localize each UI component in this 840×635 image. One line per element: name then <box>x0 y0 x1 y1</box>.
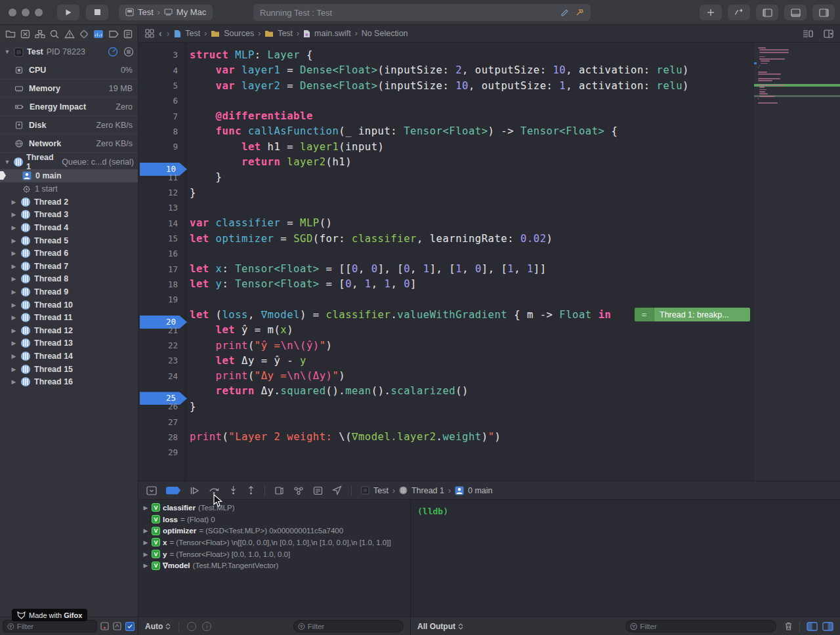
code-line[interactable]: 14var classifier = MLP() <box>138 216 753 231</box>
line-number-gutter[interactable]: 14 <box>138 218 187 228</box>
info-button[interactable]: i <box>202 622 211 631</box>
code-line[interactable]: 23 let Δy = ŷ - y <box>138 353 753 368</box>
debug-crumb[interactable]: Test <box>373 486 388 495</box>
line-number-gutter[interactable]: 16 <box>138 249 187 258</box>
navigator-filter-field[interactable] <box>3 620 97 632</box>
console-view[interactable]: (lldb) <box>410 500 840 617</box>
code-line[interactable]: 27 <box>138 414 753 429</box>
disclosure-triangle-icon[interactable]: ▶ <box>10 327 17 334</box>
thread-row[interactable]: ▶Thread 2 <box>0 195 138 209</box>
code-line[interactable]: 9 let h1 = layer1(input) <box>138 139 753 154</box>
hide-debug-area-icon[interactable] <box>146 486 157 495</box>
jumpbar-crumb[interactable]: Sources <box>224 29 254 38</box>
code-line[interactable]: 19 <box>138 292 753 307</box>
disclosure-triangle-icon[interactable]: ▼ <box>4 49 10 55</box>
code-line[interactable]: 11 } <box>138 170 753 185</box>
line-number-gutter[interactable]: 12 <box>138 188 187 197</box>
thread-row[interactable]: ▶Thread 6 <box>0 247 138 260</box>
thread-row[interactable]: ▶Thread 11 <box>0 311 138 324</box>
stack-frame-row[interactable]: 1 start <box>0 182 138 195</box>
pause-process-icon[interactable] <box>123 47 134 57</box>
environment-overrides-icon[interactable] <box>313 486 323 495</box>
disclosure-triangle-icon[interactable]: ▶ <box>10 353 17 359</box>
continue-icon[interactable] <box>190 486 200 495</box>
code-line[interactable]: 16 <box>138 246 753 261</box>
stack-frame-row[interactable]: 0 main <box>0 169 138 182</box>
disclosure-triangle-icon[interactable]: ▶ <box>142 539 149 546</box>
scheme-selector[interactable]: Test › My Mac <box>119 5 213 20</box>
gauge-row-network[interactable]: NetworkZero KB/s <box>0 134 138 153</box>
thread-row[interactable]: ▶Thread 3 <box>0 209 138 222</box>
toggle-navigator-button[interactable] <box>756 5 778 20</box>
code-line[interactable]: 7 @differentiable <box>138 108 753 123</box>
navigator-filter-input[interactable] <box>17 623 93 630</box>
console-output-selector[interactable]: All Output <box>417 622 463 631</box>
variable-row[interactable]: ▶Voptimizer= (SGD<Test.MLP>) 0x000000011… <box>138 525 410 537</box>
jumpbar-crumb[interactable]: No Selection <box>362 29 408 38</box>
show-variables-view-icon[interactable] <box>807 622 818 631</box>
show-crashed-threads-icon[interactable] <box>100 621 110 631</box>
step-into-icon[interactable] <box>229 485 238 495</box>
line-number-gutter[interactable]: 8 <box>138 127 187 136</box>
line-number-gutter[interactable]: 3 <box>138 50 187 60</box>
editor-options-button[interactable] <box>728 5 750 20</box>
code-line[interactable]: 4 var layer1 = Dense<Float>(inputSize: 2… <box>138 63 753 78</box>
code-line[interactable]: 21 let ŷ = m(x) <box>138 323 753 338</box>
code-line[interactable]: 2 <box>138 43 753 47</box>
code-line[interactable]: 3struct MLP: Layer { <box>138 47 753 62</box>
thread-row[interactable]: ▶Thread 15 <box>0 363 138 376</box>
code-line[interactable]: 6 <box>138 93 753 108</box>
thread-row[interactable]: ▶Thread 9 <box>0 285 138 298</box>
disclosure-triangle-icon[interactable]: ▶ <box>10 276 17 282</box>
line-number-gutter[interactable]: 11 <box>138 173 187 182</box>
variable-row[interactable]: Vloss= (Float) 0 <box>138 514 410 525</box>
debug-crumb[interactable]: Thread 1 <box>411 486 444 495</box>
minimap[interactable] <box>753 43 840 481</box>
code-line[interactable]: 15let optimizer = SGD(for: classifier, l… <box>138 231 753 246</box>
toggle-inspector-button[interactable] <box>812 5 835 20</box>
disclosure-triangle-icon[interactable]: ▶ <box>10 237 17 244</box>
disclosure-triangle-icon[interactable]: ▶ <box>142 504 149 511</box>
adjust-editor-icon[interactable] <box>803 30 813 38</box>
gauge-row-memory[interactable]: Memory19 MB <box>0 79 138 98</box>
thread-row[interactable]: ▶Thread 12 <box>0 324 138 337</box>
breakpoint-annotation[interactable]: =Thread 1: breakp... <box>635 308 750 321</box>
line-number-gutter[interactable]: 15 <box>138 234 187 243</box>
process-row[interactable]: ▼ Test PID 78223 <box>0 43 138 61</box>
line-number-gutter[interactable]: 26 <box>138 401 187 411</box>
disclosure-triangle-icon[interactable]: ▶ <box>10 211 17 218</box>
code-line[interactable]: 5 var layer2 = Dense<Float>(inputSize: 1… <box>138 78 753 93</box>
disclosure-triangle-icon[interactable]: ▶ <box>10 199 17 205</box>
line-number-gutter[interactable]: 4 <box>138 66 187 75</box>
debug-crumb[interactable]: 0 main <box>468 486 493 495</box>
disclosure-triangle-icon[interactable]: ▶ <box>142 527 149 534</box>
show-only-interesting-icon[interactable] <box>125 621 135 632</box>
disclosure-triangle-icon[interactable]: ▼ <box>4 159 10 165</box>
code-line[interactable]: 22 print("ŷ =\n\(ŷ)") <box>138 338 753 353</box>
jumpbar-crumb[interactable]: Test <box>185 29 200 38</box>
thread-row[interactable]: ▶Thread 16 <box>0 375 138 388</box>
line-number-gutter[interactable]: 13 <box>138 203 187 213</box>
thread-row[interactable]: ▶Thread 4 <box>0 221 138 234</box>
thread-row[interactable]: ▶Thread 10 <box>0 298 138 312</box>
line-number-gutter[interactable]: 17 <box>138 264 187 274</box>
console-filter-input[interactable] <box>640 623 772 630</box>
thread-row[interactable]: ▶Thread 7 <box>0 260 138 273</box>
code-line[interactable]: 20let (loss, ∇model) = classifier.valueW… <box>138 307 753 322</box>
disclosure-triangle-icon[interactable]: ▶ <box>10 314 17 321</box>
step-out-icon[interactable] <box>247 485 255 495</box>
disclosure-triangle-icon[interactable]: ▶ <box>10 379 17 385</box>
view-hierarchy-icon[interactable] <box>274 486 284 495</box>
code-line[interactable]: 24 print("Δy =\n\(Δy)") <box>138 369 753 384</box>
code-line[interactable]: 13 <box>138 200 753 215</box>
clear-console-icon[interactable] <box>784 621 793 631</box>
disclosure-triangle-icon[interactable]: ▶ <box>142 551 149 558</box>
close-window-button[interactable] <box>9 9 16 16</box>
code-line[interactable]: 28print("Layer 2 weight: \(∇model.layer2… <box>138 430 753 445</box>
show-running-blocks-icon[interactable] <box>112 621 122 631</box>
line-number-gutter[interactable]: 5 <box>138 81 187 91</box>
show-console-view-icon[interactable] <box>822 622 833 631</box>
line-number-gutter[interactable]: 18 <box>138 279 187 289</box>
disclosure-triangle-icon[interactable]: ▶ <box>10 224 17 231</box>
line-number-gutter[interactable]: 2 <box>138 43 187 45</box>
